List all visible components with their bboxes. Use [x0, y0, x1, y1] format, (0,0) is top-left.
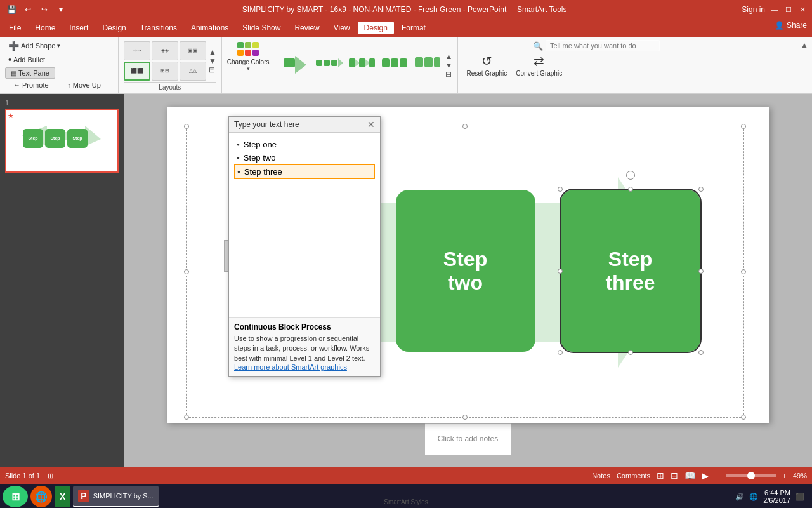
svg-rect-3 [324, 60, 330, 66]
text-pane-item-2[interactable]: ● Step two [234, 151, 375, 164]
step3-handle-bl[interactable] [558, 350, 563, 355]
promote-button[interactable]: ←Promote [10, 80, 62, 90]
style-btn-1[interactable] [280, 50, 312, 81]
zoom-level[interactable]: 49% [793, 472, 807, 479]
add-shape-button[interactable]: ➕ Add Shape ▾ [5, 39, 63, 52]
share-button[interactable]: 👤 Share [775, 21, 807, 30]
add-bullet-button[interactable]: • Add Bullet [5, 53, 48, 66]
svg-rect-13 [400, 58, 407, 67]
view-normal-icon[interactable]: ⊞ [657, 471, 664, 481]
layout-icons: ⇒⇒ ◈◈ ▣▣ ⬛⬛ ⊞⊞ △△ ▲ ▼ ⊟ [124, 39, 216, 82]
step-three-box[interactable]: Step three [561, 190, 700, 352]
layout-icon-6[interactable]: △△ [180, 62, 206, 81]
menu-slideshow[interactable]: Slide Show [236, 22, 287, 34]
style-scroll-down[interactable]: ▼ [445, 61, 453, 70]
pane-footer-title: Continuous Block Process [234, 323, 375, 331]
step-three-text: Step three [605, 248, 655, 295]
customize-icon[interactable]: ▾ [55, 3, 67, 16]
layout-expand[interactable]: ⊟ [209, 65, 216, 74]
menu-home[interactable]: Home [29, 22, 62, 34]
view-slide-sorter-icon[interactable]: ⊟ [671, 471, 678, 481]
fit-icon[interactable]: ⊞ [48, 472, 53, 480]
save-icon[interactable]: 💾 [5, 3, 18, 16]
menu-review[interactable]: Review [288, 22, 325, 34]
menu-view[interactable]: View [327, 22, 357, 34]
svg-rect-0 [284, 58, 295, 67]
svg-rect-16 [434, 57, 440, 67]
move-up-button[interactable]: ↑Move Up [64, 80, 113, 90]
layout-icon-4[interactable]: ⬛⬛ [124, 62, 150, 81]
ribbon-collapse: ▲ [797, 37, 812, 93]
notes-button[interactable]: Notes [592, 472, 610, 479]
step3-handle-bm[interactable] [628, 350, 633, 355]
layout-icon-5[interactable]: ⊞⊞ [152, 62, 178, 81]
step3-handle-br[interactable] [698, 350, 704, 355]
layout-icon-3[interactable]: ▣▣ [180, 41, 206, 60]
style-btn-4[interactable] [379, 50, 411, 81]
search-input[interactable] [546, 40, 660, 51]
search-bar: 🔍 [533, 37, 660, 55]
create-graphic-group: ➕ Add Shape ▾ • Add Bullet ▤ Text Pane ←… [0, 37, 119, 93]
undo-icon[interactable]: ↩ [22, 3, 34, 16]
text-pane-close-button[interactable]: ✕ [367, 119, 375, 130]
svg-rect-12 [391, 58, 398, 67]
title-bar: 💾 ↩ ↪ ▾ SIMPLICITY by SMART - 16x9 - NON… [0, 0, 812, 19]
menu-design[interactable]: Design [96, 22, 132, 34]
ribbon-collapse-button[interactable]: ▲ [799, 39, 809, 51]
layout-scroll: ▲ ▼ ⊟ [209, 48, 216, 74]
text-pane-footer: Continuous Block Process Use to show a p… [229, 317, 380, 376]
menu-design-active[interactable]: Design [358, 22, 394, 34]
zoom-in-button[interactable]: + [783, 472, 787, 479]
slide-info: Slide 1 of 1 [5, 472, 40, 479]
step3-handle-ml[interactable] [558, 269, 563, 274]
style-scroll-up[interactable]: ▲ [445, 52, 453, 61]
step3-handle-tl[interactable] [558, 187, 563, 192]
reset-graphic-button[interactable]: ↺ Reset Graphic [463, 51, 510, 79]
step-two-box[interactable]: Step two [396, 190, 535, 352]
layout-scroll-down[interactable]: ▼ [209, 57, 216, 65]
style-btn-5[interactable] [412, 50, 444, 81]
layout-scroll-up[interactable]: ▲ [209, 48, 216, 57]
color-grid [237, 42, 259, 56]
step3-handle-tm[interactable] [628, 187, 633, 192]
view-reading-icon[interactable]: 📖 [684, 471, 695, 481]
slide-area: Type your text here ✕ ● Step one ● Step … [124, 94, 812, 467]
menu-transitions[interactable]: Transitions [134, 22, 183, 34]
layout-icon-1[interactable]: ⇒⇒ [124, 41, 150, 60]
svg-rect-14 [415, 57, 423, 67]
step3-handle-tr[interactable] [698, 187, 704, 192]
smartart-styles-label: SmartArt Styles [0, 497, 812, 505]
text-pane-header: Type your text here ✕ [229, 117, 380, 133]
redo-icon[interactable]: ↪ [38, 3, 51, 16]
step3-handle-mr[interactable] [698, 269, 704, 274]
step3-rotate-handle[interactable] [626, 171, 635, 180]
notes-area[interactable]: Click to add notes [425, 423, 511, 455]
layout-icon-2[interactable]: ◈◈ [152, 41, 178, 60]
change-colors-group[interactable]: Change Colors ▾ [222, 37, 275, 93]
style-btn-2[interactable] [313, 50, 345, 81]
style-expand[interactable]: ⊟ [445, 70, 453, 79]
menu-format[interactable]: Format [395, 22, 432, 34]
text-pane-button[interactable]: ▤ Text Pane [5, 67, 55, 79]
text-pane-item-1[interactable]: ● Step one [234, 138, 375, 151]
maximize-button[interactable]: ☐ [784, 5, 793, 14]
menu-insert[interactable]: Insert [63, 22, 95, 34]
style-btn-3[interactable] [346, 50, 378, 81]
convert-graphic-button[interactable]: ⇄ Convert Graphic [513, 51, 565, 79]
minimize-button[interactable]: — [770, 5, 779, 14]
main-area: 1 Step Step Step ★ Type your text here [0, 94, 812, 467]
view-slideshow-icon[interactable]: ▶ [702, 471, 709, 481]
zoom-out-button[interactable]: − [715, 472, 719, 479]
text-pane-item-3[interactable]: ● Step three [234, 164, 375, 179]
menu-file[interactable]: File [3, 22, 27, 34]
zoom-slider[interactable] [726, 474, 776, 477]
close-button[interactable]: ✕ [798, 5, 807, 14]
menu-animations[interactable]: Animations [185, 22, 235, 34]
notes-placeholder[interactable]: Click to add notes [438, 434, 498, 443]
comments-button[interactable]: Comments [617, 472, 650, 479]
slide-star: ★ [8, 112, 14, 120]
sign-in-label[interactable]: Sign in [742, 5, 765, 14]
svg-text:Step: Step [28, 136, 37, 141]
slide-thumbnail[interactable]: Step Step Step ★ [5, 109, 119, 173]
pane-footer-link[interactable]: Learn more about SmartArt graphics [234, 363, 375, 371]
